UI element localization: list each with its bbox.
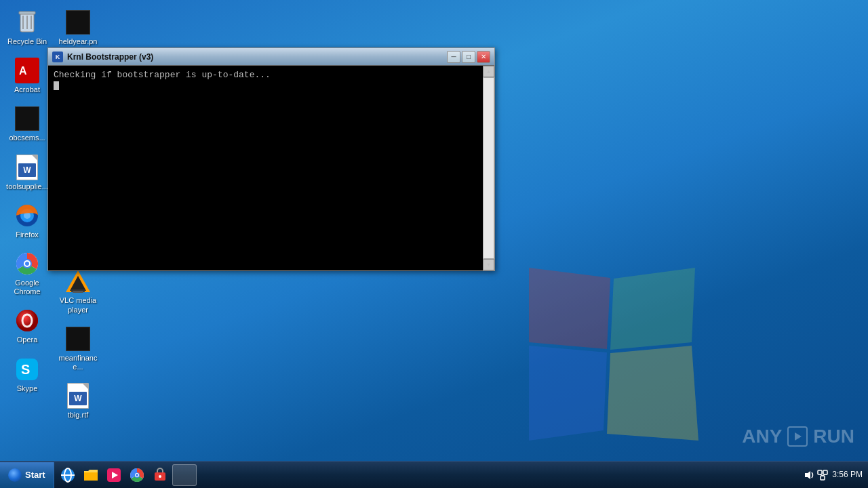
- taskbar: Start: [0, 461, 868, 488]
- taskbar-media-icon[interactable]: [103, 464, 125, 486]
- scroll-up-arrow[interactable]: ▲: [483, 66, 494, 77]
- console-body: Checking if bootstrapper is up-to-date..…: [48, 66, 494, 270]
- start-orb-icon: [8, 468, 22, 482]
- desktop: Recycle Bin A Acrobat obcsems...: [0, 0, 868, 488]
- console-line-2: [54, 80, 489, 90]
- desktop-icon-meanfinance[interactable]: meanfinance...: [54, 323, 102, 374]
- desktop-icon-skype[interactable]: S Skype: [3, 354, 51, 396]
- svg-marker-37: [805, 471, 810, 479]
- desktop-icon-acrobat[interactable]: A Acrobat: [3, 55, 51, 97]
- word-doc-icon: W: [16, 155, 38, 180]
- start-label: Start: [25, 470, 45, 480]
- desktop-icon-tbig[interactable]: W tbig.rtf: [54, 380, 102, 422]
- chrome-icon: [15, 251, 39, 276]
- close-button[interactable]: ✕: [477, 51, 490, 63]
- firefox-icon: [15, 203, 39, 228]
- taskbar-active-window[interactable]: [172, 464, 197, 486]
- console-line-1: Checking if bootstrapper is up-to-date..…: [54, 70, 489, 80]
- anyrun-play-icon: [787, 426, 808, 447]
- taskbar-ie-icon[interactable]: [57, 464, 79, 486]
- svg-point-36: [159, 475, 161, 478]
- opera-icon: [15, 308, 39, 333]
- network-icon[interactable]: [817, 470, 828, 481]
- svg-rect-24: [73, 291, 83, 293]
- skype-icon: S: [15, 357, 39, 382]
- svg-text:S: S: [21, 362, 30, 377]
- tbig-icon: W: [67, 383, 89, 409]
- desktop-icon-obcsems[interactable]: obcsems...: [3, 103, 51, 145]
- clock-time: 3:56 PM: [832, 470, 863, 481]
- speaker-icon[interactable]: [804, 470, 814, 481]
- svg-rect-40: [821, 476, 825, 480]
- system-clock: 3:56 PM: [832, 470, 863, 481]
- taskbar-chrome-icon[interactable]: [126, 464, 148, 486]
- taskbar-security-icon[interactable]: [149, 464, 171, 486]
- vlc-icon: [66, 269, 90, 293]
- console-scrollbar[interactable]: ▲ ▼: [483, 66, 494, 270]
- start-button[interactable]: Start: [0, 462, 54, 488]
- taskbar-folder-icon[interactable]: [80, 464, 102, 486]
- anyrun-run-label: RUN: [813, 426, 854, 447]
- svg-point-12: [25, 262, 29, 266]
- console-title-text: Krnl Bootstrapper (v3): [67, 52, 447, 62]
- desktop-icon-opera[interactable]: Opera: [3, 305, 51, 347]
- svg-marker-25: [795, 432, 802, 441]
- minimize-button[interactable]: ─: [447, 51, 460, 63]
- svg-rect-38: [818, 470, 822, 474]
- system-tray: [804, 470, 828, 481]
- desktop-icon-vlc[interactable]: VLC media player: [54, 266, 102, 317]
- svg-text:A: A: [19, 65, 27, 77]
- scroll-down-arrow[interactable]: ▼: [483, 259, 494, 270]
- console-window: K Krnl Bootstrapper (v3) ─ □ ✕ Checking …: [47, 47, 495, 271]
- obcsems-icon: [15, 106, 39, 131]
- windows-logo-decoration: [522, 261, 712, 451]
- acrobat-icon: A: [15, 58, 39, 83]
- console-titlebar[interactable]: K Krnl Bootstrapper (v3) ─ □ ✕: [48, 48, 494, 66]
- desktop-icon-google-chrome[interactable]: Google Chrome: [3, 248, 51, 299]
- anyrun-watermark: ANY RUN: [742, 426, 854, 447]
- anyrun-any-label: ANY: [742, 426, 782, 447]
- svg-rect-1: [19, 12, 35, 14]
- desktop-icon-recycle-bin[interactable]: Recycle Bin: [3, 7, 51, 49]
- console-title-icon: K: [52, 52, 63, 62]
- meanfinance-icon: [66, 327, 90, 351]
- svg-point-14: [16, 310, 38, 331]
- desktop-icon-firefox[interactable]: Firefox: [3, 200, 51, 242]
- heldyear-icon: [66, 10, 90, 35]
- scroll-track[interactable]: [483, 77, 494, 259]
- taskbar-right: 3:56 PM: [798, 462, 868, 488]
- recycle-bin-icon: [15, 10, 39, 35]
- svg-point-34: [136, 474, 138, 476]
- desktop-icon-toolsupplie[interactable]: W toolsupplie...: [3, 152, 51, 194]
- svg-rect-39: [823, 470, 827, 474]
- window-controls: ─ □ ✕: [447, 51, 490, 63]
- taskbar-quick-launch: [54, 462, 799, 488]
- maximize-button[interactable]: □: [462, 51, 475, 63]
